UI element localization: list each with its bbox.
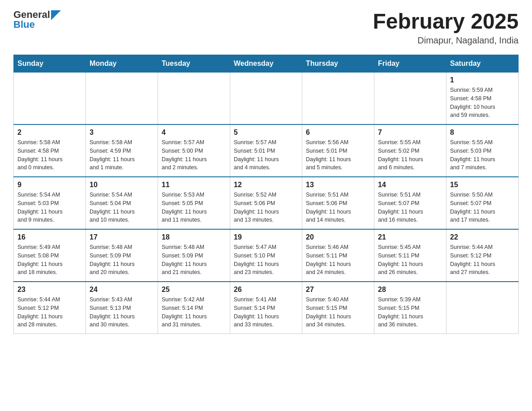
calendar-week-row: 23Sunrise: 5:44 AM Sunset: 5:12 PM Dayli… bbox=[14, 282, 519, 334]
day-number: 18 bbox=[162, 233, 226, 241]
logo: General Blue bbox=[13, 9, 61, 30]
day-of-week-header: Tuesday bbox=[158, 55, 230, 73]
day-info: Sunrise: 5:39 AM Sunset: 5:15 PM Dayligh… bbox=[378, 295, 442, 329]
day-info: Sunrise: 5:52 AM Sunset: 5:06 PM Dayligh… bbox=[234, 191, 298, 224]
day-info: Sunrise: 5:50 AM Sunset: 5:07 PM Dayligh… bbox=[450, 191, 515, 224]
day-number: 15 bbox=[450, 181, 515, 189]
calendar-cell bbox=[374, 73, 446, 125]
day-number: 7 bbox=[378, 128, 442, 137]
title-section: February 2025 Dimapur, Nagaland, India bbox=[373, 9, 519, 46]
calendar-cell: 12Sunrise: 5:52 AM Sunset: 5:06 PM Dayli… bbox=[230, 177, 302, 229]
calendar-cell: 11Sunrise: 5:53 AM Sunset: 5:05 PM Dayli… bbox=[158, 177, 230, 229]
calendar-cell: 2Sunrise: 5:58 AM Sunset: 4:58 PM Daylig… bbox=[14, 124, 86, 177]
calendar-cell: 25Sunrise: 5:42 AM Sunset: 5:14 PM Dayli… bbox=[158, 282, 230, 334]
day-number: 24 bbox=[90, 286, 154, 294]
day-info: Sunrise: 5:48 AM Sunset: 5:09 PM Dayligh… bbox=[90, 243, 154, 277]
day-number: 22 bbox=[450, 233, 515, 241]
calendar-cell: 22Sunrise: 5:44 AM Sunset: 5:12 PM Dayli… bbox=[446, 229, 519, 282]
day-info: Sunrise: 5:46 AM Sunset: 5:11 PM Dayligh… bbox=[306, 243, 370, 277]
day-number: 2 bbox=[17, 128, 82, 137]
day-number: 23 bbox=[17, 286, 82, 294]
calendar-cell: 9Sunrise: 5:54 AM Sunset: 5:03 PM Daylig… bbox=[14, 177, 86, 229]
calendar-week-row: 2Sunrise: 5:58 AM Sunset: 4:58 PM Daylig… bbox=[14, 124, 519, 177]
day-info: Sunrise: 5:57 AM Sunset: 5:01 PM Dayligh… bbox=[234, 138, 298, 172]
svg-marker-0 bbox=[51, 10, 61, 20]
calendar-week-row: 16Sunrise: 5:49 AM Sunset: 5:08 PM Dayli… bbox=[14, 229, 519, 282]
calendar-table: SundayMondayTuesdayWednesdayThursdayFrid… bbox=[13, 55, 519, 334]
calendar-cell: 28Sunrise: 5:39 AM Sunset: 5:15 PM Dayli… bbox=[374, 282, 446, 334]
day-info: Sunrise: 5:55 AM Sunset: 5:02 PM Dayligh… bbox=[378, 138, 442, 172]
calendar-cell: 21Sunrise: 5:45 AM Sunset: 5:11 PM Dayli… bbox=[374, 229, 446, 282]
day-info: Sunrise: 5:51 AM Sunset: 5:07 PM Dayligh… bbox=[378, 191, 442, 224]
calendar-cell bbox=[302, 73, 374, 125]
day-info: Sunrise: 5:44 AM Sunset: 5:12 PM Dayligh… bbox=[17, 295, 82, 329]
day-info: Sunrise: 5:58 AM Sunset: 4:58 PM Dayligh… bbox=[17, 138, 82, 172]
day-info: Sunrise: 5:56 AM Sunset: 5:01 PM Dayligh… bbox=[306, 138, 370, 172]
day-number: 12 bbox=[234, 181, 298, 189]
month-title: February 2025 bbox=[373, 9, 519, 34]
day-number: 9 bbox=[17, 181, 82, 189]
calendar-cell bbox=[86, 73, 158, 125]
logo-arrow-icon bbox=[51, 10, 61, 20]
calendar-cell bbox=[158, 73, 230, 125]
day-of-week-header: Saturday bbox=[446, 55, 519, 73]
day-number: 4 bbox=[162, 128, 226, 137]
calendar-cell: 14Sunrise: 5:51 AM Sunset: 5:07 PM Dayli… bbox=[374, 177, 446, 229]
calendar-cell: 1Sunrise: 5:59 AM Sunset: 4:58 PM Daylig… bbox=[446, 73, 519, 125]
day-info: Sunrise: 5:55 AM Sunset: 5:03 PM Dayligh… bbox=[450, 138, 515, 172]
calendar-cell bbox=[446, 282, 519, 334]
day-info: Sunrise: 5:54 AM Sunset: 5:03 PM Dayligh… bbox=[17, 191, 82, 224]
day-info: Sunrise: 5:40 AM Sunset: 5:15 PM Dayligh… bbox=[306, 295, 370, 329]
logo-blue-text: Blue bbox=[13, 19, 35, 30]
day-number: 6 bbox=[306, 128, 370, 137]
calendar-cell: 20Sunrise: 5:46 AM Sunset: 5:11 PM Dayli… bbox=[302, 229, 374, 282]
calendar-cell: 27Sunrise: 5:40 AM Sunset: 5:15 PM Dayli… bbox=[302, 282, 374, 334]
calendar-week-row: 1Sunrise: 5:59 AM Sunset: 4:58 PM Daylig… bbox=[14, 73, 519, 125]
day-of-week-header: Friday bbox=[374, 55, 446, 73]
day-number: 1 bbox=[450, 76, 515, 84]
calendar-week-row: 9Sunrise: 5:54 AM Sunset: 5:03 PM Daylig… bbox=[14, 177, 519, 229]
day-of-week-header: Thursday bbox=[302, 55, 374, 73]
day-number: 3 bbox=[90, 128, 154, 137]
calendar-cell: 13Sunrise: 5:51 AM Sunset: 5:06 PM Dayli… bbox=[302, 177, 374, 229]
day-number: 21 bbox=[378, 233, 442, 241]
day-number: 14 bbox=[378, 181, 442, 189]
day-info: Sunrise: 5:51 AM Sunset: 5:06 PM Dayligh… bbox=[306, 191, 370, 224]
day-info: Sunrise: 5:47 AM Sunset: 5:10 PM Dayligh… bbox=[234, 243, 298, 277]
day-info: Sunrise: 5:49 AM Sunset: 5:08 PM Dayligh… bbox=[17, 243, 82, 277]
day-info: Sunrise: 5:42 AM Sunset: 5:14 PM Dayligh… bbox=[162, 295, 226, 329]
day-number: 8 bbox=[450, 128, 515, 137]
calendar-cell bbox=[14, 73, 86, 125]
location-text: Dimapur, Nagaland, India bbox=[373, 35, 519, 46]
day-info: Sunrise: 5:41 AM Sunset: 5:14 PM Dayligh… bbox=[234, 295, 298, 329]
day-of-week-header: Wednesday bbox=[230, 55, 302, 73]
day-number: 28 bbox=[378, 286, 442, 294]
day-number: 25 bbox=[162, 286, 226, 294]
calendar-cell: 24Sunrise: 5:43 AM Sunset: 5:13 PM Dayli… bbox=[86, 282, 158, 334]
calendar-cell: 26Sunrise: 5:41 AM Sunset: 5:14 PM Dayli… bbox=[230, 282, 302, 334]
day-number: 26 bbox=[234, 286, 298, 294]
day-number: 13 bbox=[306, 181, 370, 189]
day-number: 5 bbox=[234, 128, 298, 137]
calendar-cell: 3Sunrise: 5:58 AM Sunset: 4:59 PM Daylig… bbox=[86, 124, 158, 177]
day-number: 19 bbox=[234, 233, 298, 241]
day-info: Sunrise: 5:58 AM Sunset: 4:59 PM Dayligh… bbox=[90, 138, 154, 172]
day-info: Sunrise: 5:45 AM Sunset: 5:11 PM Dayligh… bbox=[378, 243, 442, 277]
calendar-cell: 19Sunrise: 5:47 AM Sunset: 5:10 PM Dayli… bbox=[230, 229, 302, 282]
calendar-cell: 8Sunrise: 5:55 AM Sunset: 5:03 PM Daylig… bbox=[446, 124, 519, 177]
day-info: Sunrise: 5:48 AM Sunset: 5:09 PM Dayligh… bbox=[162, 243, 226, 277]
day-info: Sunrise: 5:57 AM Sunset: 5:00 PM Dayligh… bbox=[162, 138, 226, 172]
day-number: 11 bbox=[162, 181, 226, 189]
day-of-week-header: Monday bbox=[86, 55, 158, 73]
calendar-cell: 16Sunrise: 5:49 AM Sunset: 5:08 PM Dayli… bbox=[14, 229, 86, 282]
day-info: Sunrise: 5:44 AM Sunset: 5:12 PM Dayligh… bbox=[450, 243, 515, 277]
day-of-week-header: Sunday bbox=[14, 55, 86, 73]
calendar-cell: 6Sunrise: 5:56 AM Sunset: 5:01 PM Daylig… bbox=[302, 124, 374, 177]
day-info: Sunrise: 5:43 AM Sunset: 5:13 PM Dayligh… bbox=[90, 295, 154, 329]
day-number: 10 bbox=[90, 181, 154, 189]
calendar-cell: 4Sunrise: 5:57 AM Sunset: 5:00 PM Daylig… bbox=[158, 124, 230, 177]
day-number: 16 bbox=[17, 233, 82, 241]
calendar-cell: 5Sunrise: 5:57 AM Sunset: 5:01 PM Daylig… bbox=[230, 124, 302, 177]
calendar-cell: 10Sunrise: 5:54 AM Sunset: 5:04 PM Dayli… bbox=[86, 177, 158, 229]
day-number: 27 bbox=[306, 286, 370, 294]
